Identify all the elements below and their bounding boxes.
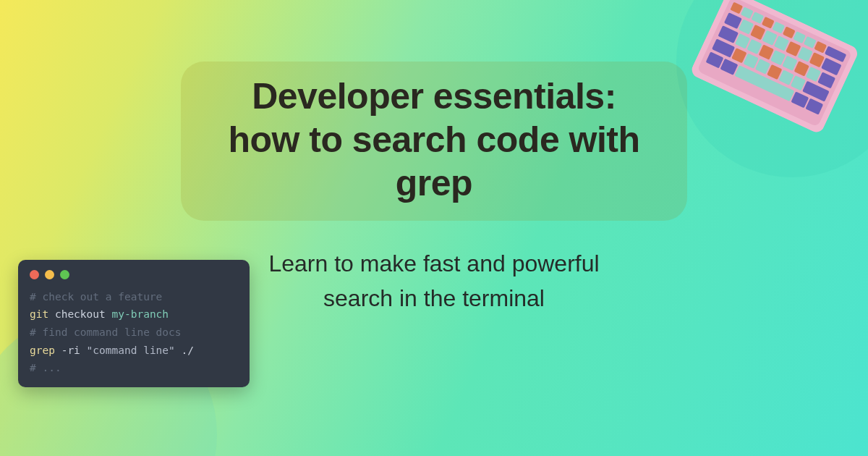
minimize-dot-icon bbox=[45, 270, 54, 279]
subtitle-container: Learn to make fast and powerful search i… bbox=[231, 246, 637, 316]
terminal-line: # ... bbox=[30, 359, 238, 377]
terminal-line: git checkout my-branch bbox=[30, 305, 238, 324]
page-title: Developer essentials: how to search code… bbox=[217, 75, 651, 205]
page-subtitle: Learn to make fast and powerful search i… bbox=[231, 246, 637, 316]
terminal-line: # check out a feature bbox=[30, 288, 238, 306]
maximize-dot-icon bbox=[60, 270, 69, 279]
terminal-window: # check out a featuregit checkout my-bra… bbox=[18, 260, 250, 387]
terminal-controls bbox=[30, 270, 238, 279]
terminal-line: # find command line docs bbox=[30, 324, 238, 342]
terminal-body: # check out a featuregit checkout my-bra… bbox=[30, 288, 238, 377]
close-dot-icon bbox=[30, 270, 39, 279]
terminal-line: grep -ri "command line" ./ bbox=[30, 342, 238, 360]
title-container: Developer essentials: how to search code… bbox=[181, 62, 687, 221]
